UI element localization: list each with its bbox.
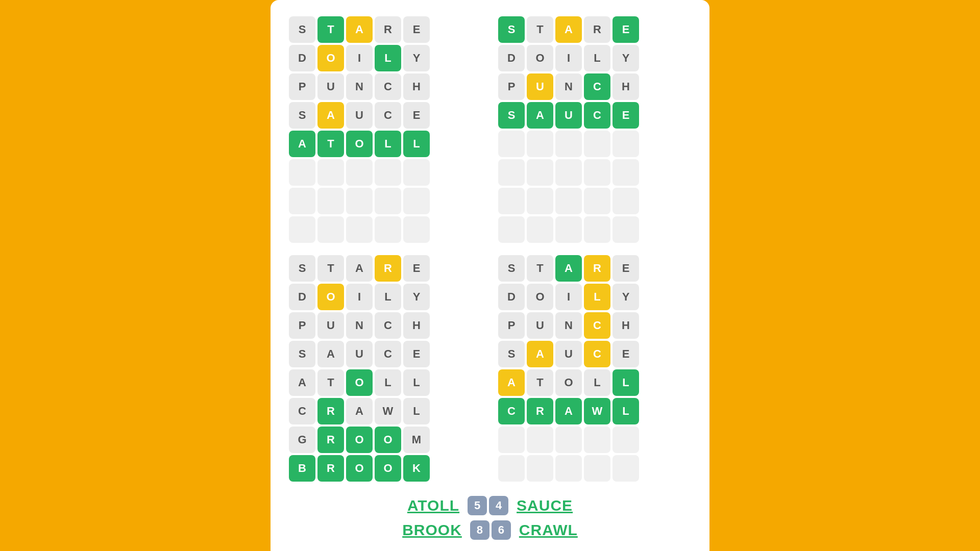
- grid-panel-1: STAREDOILYPUNCHSAUCEATOLL: [289, 16, 482, 243]
- cell-empty: [612, 216, 639, 243]
- cell-green: R: [317, 455, 344, 482]
- cell-gray: M: [403, 427, 430, 453]
- grid-row: STARE: [289, 16, 482, 43]
- grid-row: DOILY: [289, 284, 482, 310]
- footer-badge: 5: [468, 496, 487, 515]
- cell-gray: N: [555, 312, 582, 339]
- grid-row: [498, 131, 691, 157]
- cell-gray: A: [346, 255, 373, 282]
- grid-row: GROOM: [289, 427, 482, 453]
- cell-gray: E: [612, 341, 639, 367]
- cell-empty: [498, 159, 525, 186]
- cell-empty: [498, 188, 525, 214]
- cell-empty: [375, 216, 401, 243]
- cell-green: E: [612, 16, 639, 43]
- cell-yellow: L: [584, 284, 610, 310]
- cell-gray: S: [289, 16, 315, 43]
- cell-gray: C: [375, 73, 401, 100]
- cell-empty: [498, 427, 525, 453]
- grid-row: STARE: [498, 255, 691, 282]
- footer-word-right-1[interactable]: SAUCE: [517, 497, 573, 514]
- cell-gray: T: [527, 16, 553, 43]
- cell-empty: [403, 159, 430, 186]
- footer-word-left-1[interactable]: ATOLL: [407, 497, 459, 514]
- cell-empty: [555, 216, 582, 243]
- cell-gray: P: [498, 312, 525, 339]
- cell-gray: C: [375, 312, 401, 339]
- cell-yellow: C: [584, 341, 610, 367]
- cell-gray: U: [346, 102, 373, 129]
- cell-gray: Y: [612, 284, 639, 310]
- footer: ATOLL54SAUCEBROOK86CRAWL: [289, 496, 691, 540]
- grid-row: SAUCE: [498, 102, 691, 129]
- footer-badge: 8: [470, 520, 489, 540]
- cell-gray: R: [584, 16, 610, 43]
- cell-green: C: [498, 398, 525, 424]
- cell-yellow: R: [584, 255, 610, 282]
- cell-green: A: [555, 398, 582, 424]
- grid-row: ATOLL: [498, 369, 691, 396]
- cell-green: L: [403, 131, 430, 157]
- footer-badge: 6: [492, 520, 511, 540]
- cell-gray: E: [403, 255, 430, 282]
- cell-gray: T: [317, 369, 344, 396]
- grid-row: [498, 159, 691, 186]
- cell-gray: N: [555, 73, 582, 100]
- grid-panel-2: STAREDOILYPUNCHSAUCE: [498, 16, 691, 243]
- cell-green: O: [346, 369, 373, 396]
- cell-green: R: [527, 398, 553, 424]
- cell-gray: T: [527, 369, 553, 396]
- cell-yellow: O: [317, 284, 344, 310]
- cell-empty: [612, 455, 639, 482]
- cell-gray: E: [403, 16, 430, 43]
- footer-word-left-2[interactable]: BROOK: [402, 521, 462, 539]
- footer-row-2: BROOK86CRAWL: [402, 520, 578, 540]
- grid-row: SAUCE: [289, 341, 482, 367]
- cell-green: A: [527, 102, 553, 129]
- cell-green: B: [289, 455, 315, 482]
- footer-word-right-2[interactable]: CRAWL: [519, 521, 578, 539]
- cell-green: O: [346, 427, 373, 453]
- cell-gray: L: [584, 369, 610, 396]
- cell-green: O: [346, 131, 373, 157]
- cell-yellow: O: [317, 45, 344, 71]
- cell-green: S: [498, 102, 525, 129]
- cell-gray: Y: [403, 284, 430, 310]
- grid-row: BROOK: [289, 455, 482, 482]
- cell-gray: S: [289, 341, 315, 367]
- cell-empty: [289, 216, 315, 243]
- cell-gray: U: [317, 73, 344, 100]
- cell-green: O: [375, 427, 401, 453]
- cell-empty: [375, 159, 401, 186]
- cell-gray: L: [375, 284, 401, 310]
- cell-yellow: R: [375, 255, 401, 282]
- cell-gray: S: [289, 255, 315, 282]
- cell-empty: [555, 427, 582, 453]
- cell-gray: P: [498, 73, 525, 100]
- cell-yellow: A: [317, 102, 344, 129]
- cell-empty: [612, 159, 639, 186]
- cell-gray: N: [346, 73, 373, 100]
- cell-gray: S: [498, 255, 525, 282]
- cell-green: O: [375, 455, 401, 482]
- grid-panel-3: STAREDOILYPUNCHSAUCEATOLLCRAWLGROOMBROOK: [289, 255, 482, 482]
- cell-empty: [498, 131, 525, 157]
- cell-gray: H: [403, 312, 430, 339]
- cell-gray: O: [527, 284, 553, 310]
- cell-yellow: C: [584, 312, 610, 339]
- cell-empty: [555, 159, 582, 186]
- cell-empty: [584, 131, 610, 157]
- cell-gray: T: [317, 255, 344, 282]
- cell-gray: I: [555, 45, 582, 71]
- footer-badge-group-1: 54: [468, 496, 508, 515]
- cell-empty: [584, 216, 610, 243]
- grid-row: [498, 216, 691, 243]
- grid-row: [289, 159, 482, 186]
- cell-gray: Y: [403, 45, 430, 71]
- cell-gray: T: [527, 255, 553, 282]
- cell-gray: U: [346, 341, 373, 367]
- grid-row: PUNCH: [498, 312, 691, 339]
- cell-empty: [555, 188, 582, 214]
- cell-gray: P: [289, 312, 315, 339]
- cell-yellow: A: [346, 16, 373, 43]
